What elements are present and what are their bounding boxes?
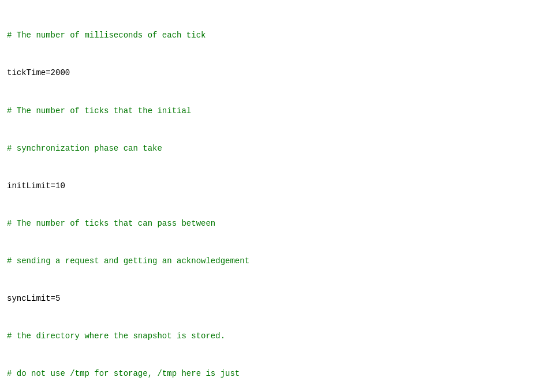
line-10: # do not use /tmp for storage, /tmp here… bbox=[7, 368, 546, 380]
code-editor: # The number of milliseconds of each tic… bbox=[7, 5, 546, 392]
line-2: tickTime=2000 bbox=[7, 67, 546, 80]
line-8: syncLimit=5 bbox=[7, 293, 546, 305]
line-7: # sending a request and getting an ackno… bbox=[7, 255, 546, 268]
line-3: # The number of ticks that the initial bbox=[7, 105, 546, 118]
line-5: initLimit=10 bbox=[7, 180, 546, 193]
line-9: # the directory where the snapshot is st… bbox=[7, 330, 546, 343]
line-6: # The number of ticks that can pass betw… bbox=[7, 218, 546, 230]
line-1: # The number of milliseconds of each tic… bbox=[7, 29, 546, 42]
line-4: # synchronization phase can take bbox=[7, 143, 546, 155]
